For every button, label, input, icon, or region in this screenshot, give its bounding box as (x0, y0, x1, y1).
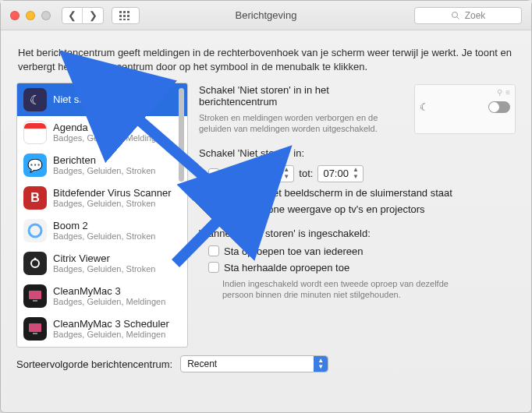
scrollbar-thumb[interactable] (179, 88, 184, 182)
chevron-updown-icon: ▲▼ (314, 356, 328, 372)
svg-rect-15 (33, 300, 37, 302)
allow-repeated-calls-label: Sta herhaalde oproepen toe (224, 262, 349, 274)
sort-order-label: Sorteervolgorde berichtencentrum: (16, 358, 172, 370)
search-placeholder: Zoek (465, 10, 486, 21)
dnd-toggle-preview (488, 101, 510, 113)
svg-rect-17 (33, 333, 37, 334)
svg-rect-6 (119, 19, 122, 20)
scrollbar[interactable] (176, 85, 186, 347)
app-subtitle: Badges, Geluiden, Stroken (53, 166, 155, 175)
svg-point-13 (34, 258, 37, 260)
to-time-stepper[interactable]: ▲▼ (350, 167, 361, 181)
cleanmymac-icon (23, 284, 47, 308)
close-window-button[interactable] (10, 11, 20, 20)
svg-rect-3 (119, 15, 122, 17)
svg-rect-2 (127, 11, 129, 13)
app-list-item[interactable]: BBitdefender Virus ScannerBadges, Geluid… (17, 182, 187, 214)
from-time-stepper[interactable]: ▲▼ (281, 167, 292, 181)
app-subtitle: Badges, Geluiden, Stroken (53, 264, 155, 274)
app-list-item[interactable]: ☾Niet storen (17, 83, 187, 116)
search-icon: ⚲ (497, 88, 502, 97)
messages-icon: 💬 (23, 154, 47, 177)
app-list-item[interactable]: Boom 2Badges, Geluiden, Stroken (17, 214, 187, 247)
svg-rect-7 (123, 19, 126, 20)
svg-point-9 (452, 12, 457, 18)
app-list-item[interactable]: CleanMyMac 3Badges, Geluiden, Meldingen (17, 280, 187, 312)
citrix-icon (23, 252, 47, 275)
app-name: Agenda (53, 122, 165, 133)
boom-icon (23, 219, 47, 242)
mirroring-label: Bij synchrone weergave op tv's en projec… (224, 203, 425, 215)
allow-repeated-calls-checkbox[interactable] (208, 262, 219, 273)
detail-header-subtitle: Stroken en meldingen worden verborgen en… (199, 112, 406, 135)
window-controls (1, 11, 51, 20)
app-name: Citrix Viewer (53, 253, 155, 264)
app-list-item[interactable]: Citrix ViewerBadges, Geluiden, Stroken (17, 247, 187, 280)
app-name: Boom 2 (53, 221, 155, 231)
to-label: tot: (299, 168, 313, 179)
when-on-section-title: Wanneer 'Niet storen' is ingeschakeld: (199, 228, 516, 239)
detail-header-title: Schakel 'Niet storen' in in het berichte… (199, 84, 406, 108)
svg-line-10 (456, 17, 459, 19)
svg-rect-5 (127, 15, 129, 17)
display-sleep-checkbox[interactable] (208, 187, 219, 198)
schedule-section-title: Schakel 'Niet storen' in: (199, 147, 516, 159)
app-name: CleanMyMac 3 (53, 286, 165, 297)
app-subtitle: Badges, Geluiden, Stroken (53, 199, 172, 208)
app-list-item[interactable]: DashlaneBadges, Geluiden, Stroken (17, 345, 187, 347)
app-subtitle: Badges, Geluiden, Meldingen (53, 133, 165, 143)
nav-forward-button[interactable]: ❯ (83, 8, 103, 23)
allow-calls-everyone-label: Sta oproepen toe van iedereen (224, 245, 364, 257)
show-all-button[interactable] (112, 7, 140, 24)
allow-calls-everyone-checkbox[interactable] (208, 245, 219, 256)
app-list-item[interactable]: 17AgendaBadges, Geluiden, Meldingen (17, 116, 187, 149)
svg-rect-14 (29, 291, 41, 299)
preferences-window: ❮ ❯ Berichtgeving Zoek Het berichtencent… (0, 0, 532, 413)
footer: Sorteervolgorde berichtencentrum: Recent… (1, 348, 531, 372)
app-name: CleanMyMac 3 Scheduler (53, 319, 169, 330)
from-label: Van: (224, 168, 244, 179)
svg-rect-0 (119, 11, 122, 13)
bitdefender-icon: B (23, 186, 47, 210)
notification-center-preview: ⚲ ≡ ☾ (414, 84, 516, 134)
svg-rect-16 (29, 323, 41, 332)
app-list-item[interactable]: CleanMyMac 3 SchedulerBadges, Geluiden, … (17, 312, 187, 345)
app-list-scroll[interactable]: ☾Niet storen 17AgendaBadges, Geluiden, M… (17, 83, 187, 347)
app-list-item[interactable]: 💬BerichtenBadges, Geluiden, Stroken (17, 149, 187, 182)
svg-rect-1 (123, 11, 126, 13)
app-list: ☾Niet storen 17AgendaBadges, Geluiden, M… (16, 83, 188, 348)
mirroring-checkbox[interactable] (208, 203, 219, 214)
svg-rect-8 (127, 19, 129, 20)
from-time-value: 22:00 (254, 168, 280, 179)
nav-back-forward: ❮ ❯ (62, 7, 104, 24)
from-time-field[interactable]: 22:00 ▲▼ (249, 165, 295, 182)
zoom-window-button[interactable] (41, 11, 51, 20)
app-name: Berichten (53, 155, 155, 166)
app-subtitle: Badges, Geluiden, Meldingen (53, 330, 169, 339)
svg-rect-4 (123, 15, 126, 17)
sort-order-dropdown[interactable]: Recent ▲▼ (180, 355, 328, 372)
to-time-value: 07:00 (323, 168, 349, 179)
search-icon (451, 11, 460, 20)
sort-order-value: Recent (187, 358, 217, 369)
nav-back-button[interactable]: ❮ (62, 8, 83, 23)
search-field[interactable]: Zoek (414, 7, 522, 24)
moon-icon: ☾ (420, 101, 429, 113)
svg-point-11 (29, 224, 41, 237)
minimize-window-button[interactable] (26, 11, 35, 20)
app-name: Bitdefender Virus Scanner (53, 188, 172, 199)
svg-point-12 (31, 259, 39, 267)
calendar-icon: 17 (23, 121, 47, 144)
to-time-field[interactable]: 07:00 ▲▼ (317, 165, 364, 182)
repeated-calls-note: Indien ingeschakeld wordt een tweede opr… (222, 278, 480, 301)
schedule-enable-checkbox[interactable] (208, 168, 219, 179)
menu-icon: ≡ (505, 88, 510, 97)
display-sleep-label: Wanneer het beeldscherm in de sluimersta… (224, 187, 452, 199)
detail-pane: Schakel 'Niet storen' in in het berichte… (199, 83, 516, 348)
intro-text: Het berichtencentrum geeft meldingen in … (18, 46, 514, 73)
content-area: Het berichtencentrum geeft meldingen in … (1, 30, 531, 348)
app-subtitle: Badges, Geluiden, Meldingen (53, 297, 165, 306)
moon-icon: ☾ (23, 88, 47, 111)
titlebar: ❮ ❯ Berichtgeving Zoek (1, 1, 531, 30)
cleanmymac-icon (23, 317, 47, 341)
